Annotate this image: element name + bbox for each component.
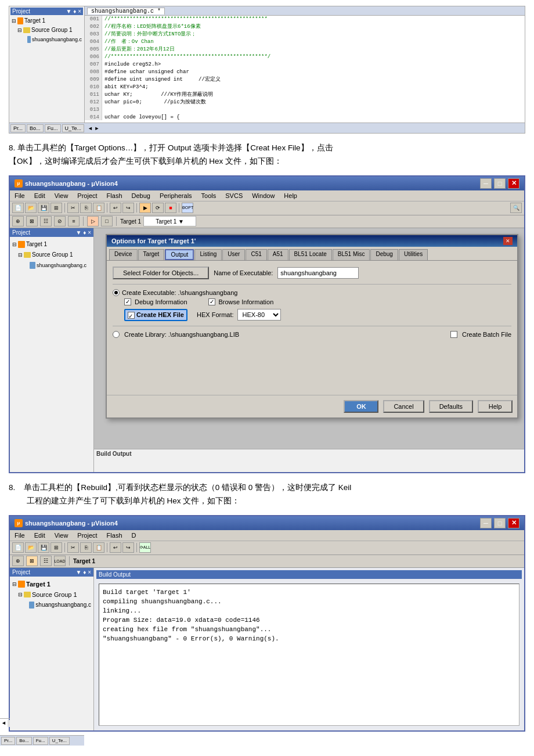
tb2-2[interactable]: ⊠	[26, 216, 38, 226]
build-tree-file1[interactable]: shuangshuangbang.c	[12, 600, 91, 610]
radio-executable-dot[interactable]	[113, 289, 120, 296]
tb-saveall[interactable]: ⊞	[50, 203, 62, 213]
bottom-tab-pr[interactable]: Pr...	[10, 124, 26, 132]
dialog-tab-listing[interactable]: Listing	[194, 249, 222, 260]
dialog-tab-output[interactable]: Output	[165, 249, 194, 260]
maximize-button[interactable]: □	[494, 178, 506, 189]
build-minimize[interactable]: ─	[480, 518, 492, 528]
btb2-2[interactable]: ⊠	[26, 556, 38, 566]
menu-help[interactable]: Help	[282, 192, 300, 200]
menu-debug[interactable]: Debug	[129, 192, 153, 200]
btb2-3[interactable]: ☷	[40, 556, 52, 566]
close-button[interactable]: ✕	[508, 178, 519, 189]
btb-paste[interactable]: 📋	[93, 542, 104, 553]
tree-file1[interactable]: shuangshuangbang.c	[12, 35, 82, 44]
menu-window[interactable]: Window	[250, 192, 277, 200]
btb-undo[interactable]: ↩	[110, 542, 121, 553]
menu-peripherals[interactable]: Peripherals	[157, 192, 194, 200]
build-maximize[interactable]: □	[494, 518, 506, 528]
bottom-tab-fu[interactable]: Fu...	[45, 124, 61, 132]
defaults-button[interactable]: Defaults	[429, 400, 473, 413]
tb-options[interactable]: ⚙OPT	[182, 203, 193, 213]
build-tree-sourcegroup[interactable]: ⊟ Source Group 1	[12, 589, 91, 600]
dialog-tab-utilities[interactable]: Utilities	[399, 249, 428, 260]
menu-flash[interactable]: Flash	[104, 192, 125, 200]
build-menu-project[interactable]: Project	[75, 531, 99, 539]
btb-redo[interactable]: ↪	[122, 542, 134, 553]
tb2-1[interactable]: ⊕	[12, 216, 24, 226]
bottom-tab-bo[interactable]: Bo...	[27, 124, 44, 132]
minimize-button[interactable]: ─	[480, 178, 492, 189]
ok-button[interactable]: OK	[344, 400, 378, 413]
build-close[interactable]: ✕	[508, 518, 519, 528]
help-button[interactable]: Help	[478, 400, 513, 413]
panel-tab-bo[interactable]: Bo...	[16, 737, 31, 745]
dialog-close-button[interactable]: ✕	[503, 237, 513, 245]
tb-undo[interactable]: ↩	[110, 203, 121, 213]
radio-library-dot[interactable]	[113, 331, 120, 338]
menu-file[interactable]: File	[12, 192, 27, 200]
tb-open[interactable]: 📂	[25, 203, 37, 213]
hex-checkbox-container[interactable]: Create HEX File	[124, 309, 187, 321]
tb2-stop[interactable]: □	[101, 216, 113, 226]
menu-edit[interactable]: Edit	[32, 192, 48, 200]
btb-cut[interactable]: ✂	[67, 542, 79, 553]
tb2-run[interactable]: ▷	[87, 216, 99, 226]
code-tab-1[interactable]: shuangshuangbang.c *	[87, 8, 165, 15]
tree2-sourcegroup[interactable]: ⊟ Source Group 1	[12, 250, 91, 260]
panel-tab-pr[interactable]: Pr...	[1, 737, 15, 745]
target-dropdown[interactable]: Target 1 ▼	[143, 216, 196, 226]
radio-executable[interactable]: Create Executable: .\shuangshuangbang	[113, 289, 511, 296]
debug-checkbox[interactable]	[124, 298, 131, 305]
build-menu-edit[interactable]: Edit	[32, 531, 48, 539]
cancel-button[interactable]: Cancel	[383, 400, 424, 413]
tb-new[interactable]: 📄	[12, 203, 24, 213]
hex-checkbox[interactable]	[128, 312, 135, 319]
panel-tab-ute[interactable]: U_Te...	[49, 737, 70, 745]
build-menu-d[interactable]: D	[129, 531, 139, 539]
dialog-tab-device[interactable]: Device	[109, 249, 138, 260]
tb-copy[interactable]: ⎘	[80, 203, 92, 213]
dialog-tab-target[interactable]: Target	[138, 249, 165, 260]
dialog-tab-a51[interactable]: A51	[268, 249, 288, 260]
tb-redo[interactable]: ↪	[122, 203, 134, 213]
name-input[interactable]	[277, 267, 359, 279]
tb-build[interactable]: ▶	[139, 203, 151, 213]
dialog-tab-user[interactable]: User	[222, 249, 245, 260]
build-menu-flash[interactable]: Flash	[104, 531, 125, 539]
tree-target1[interactable]: ⊟ Target 1	[12, 16, 82, 26]
btb-saveall[interactable]: ⊞	[50, 542, 62, 553]
btb-rebuild[interactable]: ⟳ALL	[139, 542, 151, 553]
batch-checkbox[interactable]	[450, 331, 457, 338]
build-menu-view[interactable]: View	[52, 531, 71, 539]
panel-tab-fu[interactable]: Fu...	[33, 737, 48, 745]
dialog-tab-debug[interactable]: Debug	[370, 249, 398, 260]
dialog-tab-bl51misc[interactable]: BL51 Misc	[333, 249, 370, 260]
project-controls-1[interactable]: ▼ ♦ ×	[66, 8, 81, 15]
tb2-3[interactable]: ☷	[40, 216, 52, 226]
menu-view[interactable]: View	[52, 192, 71, 200]
tb2-5[interactable]: ≡	[68, 216, 80, 226]
tb-rebuild[interactable]: ⟳	[152, 203, 164, 213]
select-folder-button[interactable]: Select Folder for Objects...	[113, 267, 209, 279]
dialog-tab-bl51locate[interactable]: BL51 Locate	[289, 249, 332, 260]
build-tree-target1[interactable]: ⊟ Target 1	[12, 579, 91, 589]
tb-search[interactable]: 🔍	[510, 203, 522, 213]
tb-save[interactable]: 💾	[38, 203, 49, 213]
tree2-target1[interactable]: ⊟ Target 1	[12, 239, 91, 250]
btb2-load[interactable]: LOAD	[54, 556, 66, 566]
tb-cut[interactable]: ✂	[67, 203, 79, 213]
menu-svcs[interactable]: SVCS	[223, 192, 245, 200]
btb-new[interactable]: 📄	[12, 542, 24, 553]
bottom-tab-ute[interactable]: U_Te...	[62, 124, 85, 132]
build-menu-file[interactable]: File	[12, 531, 27, 539]
menu-project[interactable]: Project	[75, 192, 99, 200]
btb2-1[interactable]: ⊕	[12, 556, 24, 566]
btb-open[interactable]: 📂	[25, 542, 37, 553]
tree2-file1[interactable]: shuangshuangbang.c	[12, 260, 91, 271]
btb-copy[interactable]: ⎘	[80, 542, 92, 553]
btb-save[interactable]: 💾	[38, 542, 49, 553]
tree-sourcegroup1[interactable]: ⊟ Source Group 1	[12, 26, 82, 35]
browse-checkbox[interactable]	[208, 298, 215, 305]
tb-stop[interactable]: ■	[165, 203, 176, 213]
